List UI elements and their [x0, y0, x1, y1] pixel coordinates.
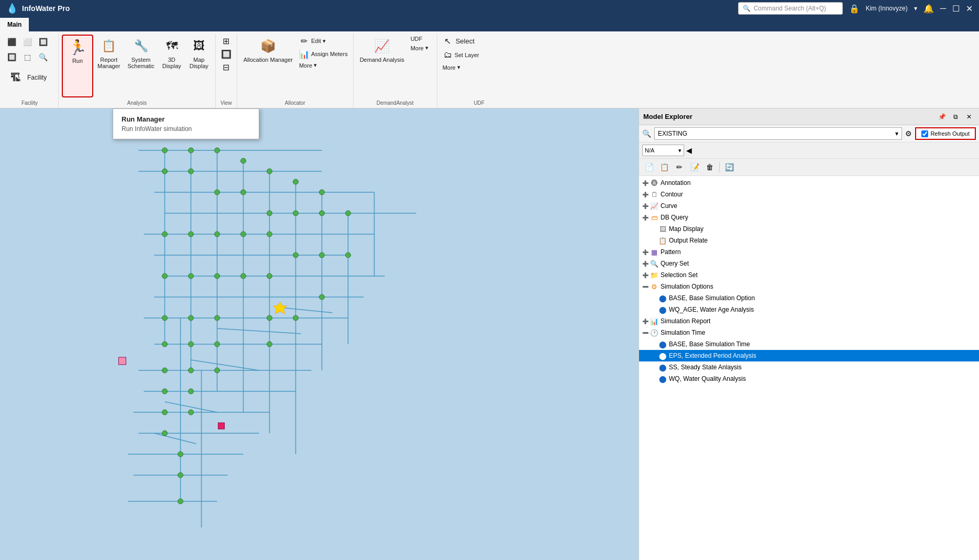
- allocator-more-dropdown: ▾: [314, 62, 317, 69]
- view-btn-3[interactable]: ⊟: [219, 61, 234, 73]
- window-minimize-button[interactable]: ─: [940, 4, 946, 13]
- tree-item-curve[interactable]: ➕ 📈 Curve: [639, 200, 979, 212]
- refresh-output-button[interactable]: Refresh Output: [915, 127, 976, 140]
- tab-main[interactable]: Main: [0, 18, 29, 31]
- tree-item-base-sim[interactable]: ─ ⬤ BASE, Base Simulation Option: [639, 292, 979, 304]
- toolbar-new-button[interactable]: 📄: [642, 160, 656, 174]
- window-close-button[interactable]: ✕: [966, 4, 973, 14]
- main-content: Run Manager Run InfoWater simulation Mod…: [0, 108, 979, 560]
- udf-more-button[interactable]: More ▾: [441, 63, 481, 72]
- scenario-icon2: ⚙: [905, 129, 912, 138]
- panel-float-button[interactable]: ⧉: [950, 111, 961, 123]
- expand-annotation[interactable]: ➕: [641, 179, 650, 187]
- app-icon: 💧: [6, 3, 18, 14]
- expand-contour[interactable]: ➕: [641, 190, 650, 199]
- toolbar-copy-button[interactable]: 📋: [657, 160, 671, 174]
- udf-group-label: UDF: [437, 100, 521, 106]
- nav-dropdown[interactable]: N/A ▾: [642, 145, 684, 156]
- map-display-button[interactable]: 🖼 MapDisplay: [186, 35, 212, 97]
- allocation-manager-button[interactable]: 📦 Allocation Manager: [240, 35, 296, 97]
- expand-selectionset[interactable]: ➕: [641, 271, 650, 279]
- display-3d-button[interactable]: 🗺 3DDisplay: [159, 35, 185, 97]
- panel-pin-button[interactable]: 📌: [936, 111, 948, 123]
- set-layer-button[interactable]: 🗂 Set Layer: [441, 49, 481, 61]
- toolbar-delete-button[interactable]: 🗑: [703, 160, 717, 174]
- tree-item-wq[interactable]: ─ ⬤ WQ, Water Quality Analysis: [639, 373, 979, 385]
- expand-simoptions[interactable]: ➖: [641, 282, 650, 291]
- svg-point-70: [215, 342, 220, 347]
- command-search[interactable]: 🔍 Command Search (Alt+Q): [738, 2, 843, 15]
- tree-item-annotation[interactable]: ➕ 🅐 Annotation: [639, 177, 979, 189]
- queryset-icon: 🔍: [650, 259, 659, 268]
- tree-item-outputrelate[interactable]: ─ 📋 Output Relate: [639, 235, 979, 246]
- analysis-group-label: Analysis: [59, 100, 215, 106]
- tree-item-pattern[interactable]: ➕ ▦ Pattern: [639, 246, 979, 258]
- assign-meters-button[interactable]: 📊 Assign Meters: [297, 48, 350, 60]
- expand-dbquery[interactable]: ➕: [641, 213, 650, 222]
- svg-point-44: [241, 190, 246, 195]
- tree-item-mapdisplay[interactable]: ─ 🖼 Map Display: [639, 223, 979, 235]
- tree-item-simtime[interactable]: ➖ 🕐 Simulation Time: [639, 327, 979, 338]
- expand-simtime[interactable]: ➖: [641, 328, 650, 337]
- tree-item-dbquery[interactable]: ➕ 🗃 DB Query: [639, 212, 979, 223]
- system-schematic-button[interactable]: 🔧 SystemSchematic: [124, 35, 157, 97]
- panel-close-button[interactable]: ✕: [963, 111, 975, 123]
- expand-simreport[interactable]: ➕: [641, 317, 650, 325]
- tree-item-queryset[interactable]: ➕ 🔍 Query Set: [639, 258, 979, 269]
- scenario-dropdown[interactable]: EXISTING ▾: [654, 127, 902, 140]
- tree-item-simoptions[interactable]: ➖ ⚙ Simulation Options: [639, 281, 979, 292]
- toolbar-edit-button[interactable]: ✏: [673, 160, 686, 174]
- tree-item-wqage[interactable]: ─ ⬤ WQ_AGE, Water Age Analysis: [639, 304, 979, 315]
- ribbon-group-analysis: 🏃 Run 📋 ReportManager 🔧 SystemSchematic …: [59, 34, 216, 108]
- map-area[interactable]: Run Manager Run InfoWater simulation: [0, 108, 639, 560]
- svg-point-69: [189, 342, 194, 347]
- facility-btn-5[interactable]: ⬚: [20, 50, 35, 64]
- map-svg: [0, 108, 639, 560]
- toolbar-refresh-button[interactable]: 🔄: [722, 160, 736, 174]
- facility-main-button[interactable]: 🏗 Facility: [4, 67, 50, 88]
- toolbar-rename-button[interactable]: 📝: [688, 160, 701, 174]
- expand-queryset[interactable]: ➕: [641, 259, 650, 268]
- display-3d-label: 3DDisplay: [162, 57, 181, 69]
- model-explorer-tree[interactable]: ➕ 🅐 Annotation ➕ 🗒 Contour ➕ 📈 Curve ➕ 🗃…: [639, 176, 979, 560]
- demand-analysis-button[interactable]: 📈 Demand Analysis: [357, 35, 408, 97]
- select-button[interactable]: ↖ Select: [441, 35, 481, 47]
- facility-btn-2[interactable]: ⬜: [20, 35, 35, 49]
- edit-button[interactable]: ✏ Edit ▾: [297, 35, 350, 47]
- allocator-more-button[interactable]: More ▾: [297, 61, 350, 70]
- nav-arrow-left[interactable]: ◀: [686, 146, 692, 155]
- udf-more-label: More: [443, 64, 456, 71]
- facility-btn-3[interactable]: 🔲: [36, 35, 50, 49]
- udf-more-dropdown: ▾: [457, 64, 460, 71]
- expand-pattern[interactable]: ➕: [641, 248, 650, 256]
- simtime-label: Simulation Time: [661, 329, 705, 336]
- simoptions-icon: ⚙: [650, 282, 659, 291]
- facility-btn-4[interactable]: 🔲: [4, 50, 19, 64]
- report-manager-button[interactable]: 📋 ReportManager: [94, 35, 123, 97]
- facility-btn-1[interactable]: ⬛: [4, 35, 19, 49]
- run-button[interactable]: 🏃 Run: [62, 35, 93, 97]
- udf-button[interactable]: UDF: [409, 35, 431, 43]
- facility-label: Facility: [27, 74, 47, 81]
- demandanalyst-more-button[interactable]: More ▾: [409, 43, 431, 52]
- facility-btn-6[interactable]: 🔍: [36, 50, 50, 64]
- demand-analysis-label: Demand Analysis: [360, 57, 404, 63]
- ribbon-group-udf: ↖ Select 🗂 Set Layer More ▾ UDF: [437, 34, 521, 108]
- tree-item-contour[interactable]: ➕ 🗒 Contour: [639, 189, 979, 200]
- report-icon: 📋: [100, 37, 118, 56]
- svg-point-64: [189, 315, 194, 321]
- tree-item-simreport[interactable]: ➕ 📊 Simulation Report: [639, 315, 979, 327]
- contour-icon: 🗒: [650, 190, 659, 199]
- expand-curve[interactable]: ➕: [641, 202, 650, 210]
- window-maximize-button[interactable]: ☐: [952, 4, 960, 14]
- svg-point-60: [241, 273, 246, 279]
- tree-item-ss[interactable]: ─ ⬤ SS, Steady State Anlaysis: [639, 361, 979, 373]
- svg-point-45: [267, 211, 272, 216]
- refresh-output-checkbox[interactable]: [921, 130, 928, 137]
- tree-item-base-simtime[interactable]: ─ ⬤ BASE, Base Simulation Time: [639, 338, 979, 350]
- tree-item-selectionset[interactable]: ➕ 📁 Selection Set: [639, 269, 979, 281]
- view-btn-1[interactable]: ⊞: [219, 35, 234, 47]
- tree-item-eps[interactable]: ─ ⬤ EPS, Extended Period Analysis: [639, 350, 979, 361]
- view-btn-2[interactable]: 🔲: [219, 48, 234, 60]
- title-bar-right: 🔍 Command Search (Alt+Q) 🔒 Kim (Innovyze…: [738, 2, 973, 15]
